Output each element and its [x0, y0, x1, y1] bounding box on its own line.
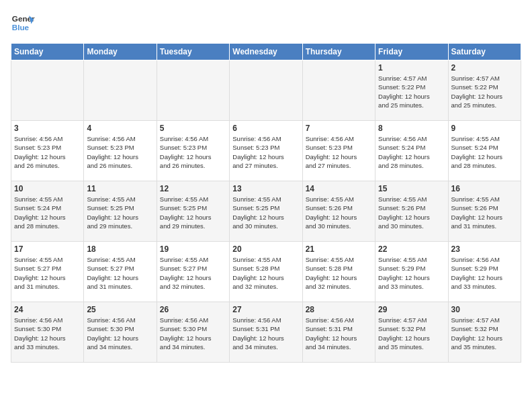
day-info: Sunrise: 4:55 AM Sunset: 5:24 PM Dayligh… — [14, 195, 81, 230]
day-info: Sunrise: 4:57 AM Sunset: 5:32 PM Dayligh… — [378, 316, 445, 351]
day-info: Sunrise: 4:56 AM Sunset: 5:23 PM Dayligh… — [87, 134, 153, 170]
calendar-cell: 8Sunrise: 4:56 AM Sunset: 5:24 PM Daylig… — [375, 121, 448, 181]
weekday-header-monday: Monday — [84, 44, 157, 60]
day-info: Sunrise: 4:55 AM Sunset: 5:26 PM Dayligh… — [306, 195, 372, 230]
day-number: 21 — [306, 244, 372, 254]
calendar-cell — [11, 60, 84, 121]
weekday-header-saturday: Saturday — [448, 44, 521, 60]
day-number: 3 — [14, 124, 81, 133]
day-info: Sunrise: 4:56 AM Sunset: 5:23 PM Dayligh… — [306, 134, 372, 170]
calendar-table: SundayMondayTuesdayWednesdayThursdayFrid… — [11, 43, 521, 363]
calendar-cell — [230, 60, 302, 121]
weekday-header-tuesday: Tuesday — [157, 44, 229, 60]
calendar-cell: 30Sunrise: 4:57 AM Sunset: 5:32 PM Dayli… — [448, 302, 521, 363]
day-info: Sunrise: 4:55 AM Sunset: 5:29 PM Dayligh… — [378, 255, 445, 291]
day-info: Sunrise: 4:55 AM Sunset: 5:26 PM Dayligh… — [378, 195, 445, 230]
calendar-cell — [302, 60, 375, 121]
calendar-cell: 28Sunrise: 4:56 AM Sunset: 5:31 PM Dayli… — [302, 302, 375, 363]
calendar-cell: 20Sunrise: 4:55 AM Sunset: 5:28 PM Dayli… — [230, 242, 302, 302]
day-info: Sunrise: 4:55 AM Sunset: 5:27 PM Dayligh… — [14, 255, 81, 291]
day-number: 24 — [14, 305, 81, 314]
day-number: 26 — [160, 305, 226, 314]
day-info: Sunrise: 4:55 AM Sunset: 5:25 PM Dayligh… — [232, 195, 299, 230]
day-number: 20 — [232, 244, 299, 254]
calendar-cell: 25Sunrise: 4:56 AM Sunset: 5:30 PM Dayli… — [84, 302, 157, 363]
calendar-cell: 26Sunrise: 4:56 AM Sunset: 5:30 PM Dayli… — [157, 302, 229, 363]
day-number: 14 — [306, 184, 372, 193]
weekday-header-sunday: Sunday — [11, 44, 84, 60]
day-number: 6 — [232, 124, 299, 133]
day-info: Sunrise: 4:56 AM Sunset: 5:23 PM Dayligh… — [160, 134, 226, 170]
calendar-cell: 22Sunrise: 4:55 AM Sunset: 5:29 PM Dayli… — [375, 242, 448, 302]
day-number: 18 — [87, 244, 153, 254]
day-number: 1 — [378, 63, 445, 73]
calendar-cell: 4Sunrise: 4:56 AM Sunset: 5:23 PM Daylig… — [84, 121, 157, 181]
calendar-cell: 18Sunrise: 4:55 AM Sunset: 5:27 PM Dayli… — [84, 242, 157, 302]
calendar-cell: 21Sunrise: 4:55 AM Sunset: 5:28 PM Dayli… — [302, 242, 375, 302]
day-info: Sunrise: 4:55 AM Sunset: 5:25 PM Dayligh… — [87, 195, 153, 230]
day-number: 30 — [451, 305, 518, 314]
day-info: Sunrise: 4:57 AM Sunset: 5:22 PM Dayligh… — [451, 74, 518, 109]
day-number: 4 — [87, 124, 153, 133]
day-info: Sunrise: 4:56 AM Sunset: 5:23 PM Dayligh… — [232, 134, 299, 170]
calendar-cell: 5Sunrise: 4:56 AM Sunset: 5:23 PM Daylig… — [157, 121, 229, 181]
calendar-cell: 23Sunrise: 4:56 AM Sunset: 5:29 PM Dayli… — [448, 242, 521, 302]
day-number: 17 — [14, 244, 81, 254]
weekday-header-friday: Friday — [375, 44, 448, 60]
calendar-cell: 7Sunrise: 4:56 AM Sunset: 5:23 PM Daylig… — [302, 121, 375, 181]
day-info: Sunrise: 4:55 AM Sunset: 5:28 PM Dayligh… — [232, 255, 299, 291]
day-info: Sunrise: 4:56 AM Sunset: 5:23 PM Dayligh… — [14, 134, 81, 170]
logo-icon: General Blue — [11, 11, 35, 35]
day-number: 25 — [87, 305, 153, 314]
calendar-cell: 24Sunrise: 4:56 AM Sunset: 5:30 PM Dayli… — [11, 302, 84, 363]
day-number: 8 — [378, 124, 445, 133]
calendar-cell: 27Sunrise: 4:56 AM Sunset: 5:31 PM Dayli… — [230, 302, 302, 363]
day-info: Sunrise: 4:55 AM Sunset: 5:24 PM Dayligh… — [451, 134, 518, 170]
calendar-cell: 16Sunrise: 4:55 AM Sunset: 5:26 PM Dayli… — [448, 181, 521, 242]
logo: General Blue — [11, 11, 35, 35]
svg-text:Blue: Blue — [12, 23, 30, 32]
weekday-header-wednesday: Wednesday — [230, 44, 302, 60]
day-number: 7 — [306, 124, 372, 133]
calendar-cell — [157, 60, 229, 121]
day-info: Sunrise: 4:56 AM Sunset: 5:30 PM Dayligh… — [14, 316, 81, 351]
day-info: Sunrise: 4:56 AM Sunset: 5:30 PM Dayligh… — [160, 316, 226, 351]
day-info: Sunrise: 4:55 AM Sunset: 5:26 PM Dayligh… — [451, 195, 518, 230]
day-number: 19 — [160, 244, 226, 254]
calendar-cell: 2Sunrise: 4:57 AM Sunset: 5:22 PM Daylig… — [448, 60, 521, 121]
day-info: Sunrise: 4:56 AM Sunset: 5:31 PM Dayligh… — [306, 316, 372, 351]
calendar-cell: 15Sunrise: 4:55 AM Sunset: 5:26 PM Dayli… — [375, 181, 448, 242]
day-number: 29 — [378, 305, 445, 314]
day-info: Sunrise: 4:56 AM Sunset: 5:24 PM Dayligh… — [378, 134, 445, 170]
day-info: Sunrise: 4:55 AM Sunset: 5:28 PM Dayligh… — [306, 255, 372, 291]
day-info: Sunrise: 4:57 AM Sunset: 5:32 PM Dayligh… — [451, 316, 518, 351]
day-info: Sunrise: 4:55 AM Sunset: 5:27 PM Dayligh… — [87, 255, 153, 291]
day-number: 13 — [232, 184, 299, 193]
page-header: General Blue — [11, 11, 521, 35]
day-number: 11 — [87, 184, 153, 193]
calendar-cell: 29Sunrise: 4:57 AM Sunset: 5:32 PM Dayli… — [375, 302, 448, 363]
day-info: Sunrise: 4:56 AM Sunset: 5:31 PM Dayligh… — [232, 316, 299, 351]
calendar-cell — [84, 60, 157, 121]
day-info: Sunrise: 4:55 AM Sunset: 5:27 PM Dayligh… — [160, 255, 226, 291]
day-info: Sunrise: 4:56 AM Sunset: 5:30 PM Dayligh… — [87, 316, 153, 351]
calendar-cell: 11Sunrise: 4:55 AM Sunset: 5:25 PM Dayli… — [84, 181, 157, 242]
calendar-cell: 6Sunrise: 4:56 AM Sunset: 5:23 PM Daylig… — [230, 121, 302, 181]
weekday-header-thursday: Thursday — [302, 44, 375, 60]
calendar-cell: 17Sunrise: 4:55 AM Sunset: 5:27 PM Dayli… — [11, 242, 84, 302]
day-number: 23 — [451, 244, 518, 254]
day-number: 2 — [451, 63, 518, 73]
calendar-cell: 3Sunrise: 4:56 AM Sunset: 5:23 PM Daylig… — [11, 121, 84, 181]
calendar-cell: 19Sunrise: 4:55 AM Sunset: 5:27 PM Dayli… — [157, 242, 229, 302]
day-number: 27 — [232, 305, 299, 314]
day-info: Sunrise: 4:55 AM Sunset: 5:25 PM Dayligh… — [160, 195, 226, 230]
calendar-cell: 14Sunrise: 4:55 AM Sunset: 5:26 PM Dayli… — [302, 181, 375, 242]
day-number: 15 — [378, 184, 445, 193]
day-number: 5 — [160, 124, 226, 133]
calendar-cell: 12Sunrise: 4:55 AM Sunset: 5:25 PM Dayli… — [157, 181, 229, 242]
day-info: Sunrise: 4:57 AM Sunset: 5:22 PM Dayligh… — [378, 74, 445, 109]
calendar-cell: 10Sunrise: 4:55 AM Sunset: 5:24 PM Dayli… — [11, 181, 84, 242]
day-number: 9 — [451, 124, 518, 133]
day-number: 28 — [306, 305, 372, 314]
calendar-cell: 9Sunrise: 4:55 AM Sunset: 5:24 PM Daylig… — [448, 121, 521, 181]
